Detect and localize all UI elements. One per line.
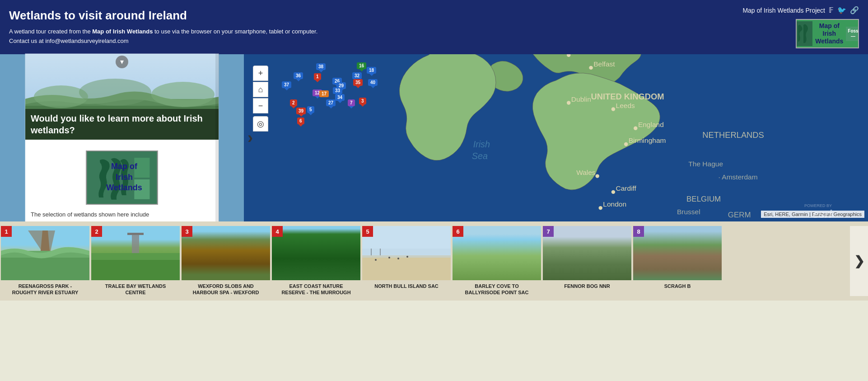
svg-text:UNITED KINGDOM: UNITED KINGDOM	[591, 92, 664, 101]
map-pin-32[interactable]: 32	[352, 72, 362, 79]
gallery-item-2[interactable]: 2 TRALEE BAY WETLANDSCENTRE	[90, 226, 181, 296]
svg-point-42	[598, 206, 602, 210]
card-body-text: The selection of wetlands shown here inc…	[31, 211, 213, 218]
pin-badge-39[interactable]: 39	[296, 108, 306, 114]
map-pin-3[interactable]: 3	[359, 98, 366, 104]
map-pin-27[interactable]: 27	[326, 99, 336, 106]
gallery-item-1[interactable]: 1 REENAGROSS PARK -ROUGHTY RIVER ESTUARY	[0, 226, 90, 296]
map-pin-5[interactable]: 5	[307, 106, 314, 113]
svg-rect-56	[362, 249, 451, 258]
pin-badge-33[interactable]: 33	[333, 87, 342, 94]
pin-badge-7[interactable]: 7	[348, 99, 355, 106]
map-pin-18[interactable]: 18	[367, 67, 376, 74]
map-pin-6[interactable]: 6	[297, 118, 304, 124]
svg-text:Irish: Irish	[473, 139, 490, 149]
gallery-img-wrap-6: 6	[453, 226, 541, 280]
map-pin-40[interactable]: 40	[368, 79, 378, 86]
card-scrollbar[interactable]	[215, 53, 219, 223]
collapse-button[interactable]: ▾	[116, 56, 128, 68]
pin-badge-2[interactable]: 2	[290, 99, 297, 106]
facebook-icon[interactable]: 𝔽	[829, 6, 834, 14]
gallery-badge-4: 4	[272, 226, 283, 237]
gallery-label-5: NORTH BULL ISLAND SAC	[373, 283, 440, 289]
pin-badge-5[interactable]: 5	[307, 106, 314, 113]
gallery-label-2: TRALEE BAY WETLANDSCENTRE	[103, 283, 168, 296]
gallery-label-4: EAST COAST NATURERESERVE - THE MURROUGH	[280, 283, 352, 296]
gallery-item-6[interactable]: 6 BARLEY COVE TOBALLYRISODE POINT SAC	[452, 226, 542, 296]
pin-badge-18[interactable]: 18	[367, 67, 376, 74]
map-pin-39[interactable]: 39	[296, 108, 306, 114]
gallery-label-1: REENAGROSS PARK -ROUGHTY RIVER ESTUARY	[10, 283, 80, 296]
card-title: Would you like to learn more about Irish…	[31, 113, 213, 136]
gallery-img-wrap-2: 2	[91, 226, 180, 280]
gallery-item-5[interactable]: 5 NORTH BULL ISLAND SAC	[361, 226, 452, 296]
pin-badge-40[interactable]: 40	[368, 79, 378, 86]
map-pin-35[interactable]: 35	[353, 79, 363, 86]
gallery-photo-6	[453, 226, 541, 280]
map-pin-1[interactable]: 1	[314, 73, 321, 80]
map-pin-34[interactable]: 34	[335, 94, 345, 101]
gallery-photo-2	[91, 226, 180, 280]
map-pin-7[interactable]: 7	[348, 99, 355, 106]
map-thumb-text: Map ofIrishWetlands	[815, 22, 843, 45]
project-label: Map of Irish Wetlands Project	[742, 7, 825, 14]
map-pin-36[interactable]: 36	[294, 72, 303, 79]
gallery-img-wrap-1: 1	[1, 226, 89, 280]
next-arrow-button[interactable]: ›	[247, 128, 253, 147]
pin-badge-1[interactable]: 1	[314, 73, 321, 80]
map-pin-37[interactable]: 37	[282, 81, 291, 88]
contact-text: Contact us at info@wetlandsurveyireland.…	[9, 38, 129, 44]
gallery-next-button[interactable]: ❯	[850, 226, 868, 296]
map-pin-17[interactable]: 17	[319, 90, 329, 97]
svg-text:GERM: GERM	[728, 211, 751, 219]
svg-text:Birmingham: Birmingham	[629, 136, 666, 144]
svg-point-36	[624, 142, 628, 146]
esri-watermark: esri	[812, 208, 832, 221]
locate-group: ◎	[253, 116, 268, 132]
zoom-out-button[interactable]: −	[253, 98, 268, 113]
link-icon[interactable]: 🔗	[850, 6, 859, 14]
gallery-label-6: BARLEY COVE TOBALLYRISODE POINT SAC	[463, 283, 531, 296]
pin-badge-27[interactable]: 27	[326, 99, 336, 106]
gallery-photo-3	[182, 226, 270, 280]
left-panel: ▾	[0, 54, 244, 221]
pin-badge-34[interactable]: 34	[335, 94, 345, 101]
gallery-item-7[interactable]: 7 FENNOR BOG NNR	[542, 226, 632, 296]
gallery-next-icon: ❯	[854, 254, 864, 268]
gallery-item-3[interactable]: 3 WEXFORD SLOBS ANDHARBOUR SPA - WEXFORD	[181, 226, 271, 296]
svg-point-5	[79, 79, 151, 106]
gallery-badge-3: 3	[182, 226, 192, 237]
pin-badge-32[interactable]: 32	[352, 72, 362, 79]
powered-by-esri: POWERED BY	[804, 203, 832, 208]
info-card: ▾	[25, 53, 219, 223]
svg-text:London: London	[603, 200, 626, 208]
card-title-overlay: Would you like to learn more about Irish…	[25, 109, 219, 140]
zoom-in-button[interactable]: +	[253, 66, 268, 81]
gallery-item-4[interactable]: 4 EAST COAST NATURERESERVE - THE MURROUG…	[271, 226, 361, 296]
pin-badge-6[interactable]: 6	[297, 118, 304, 124]
pin-badge-17[interactable]: 17	[319, 90, 329, 97]
pin-badge-36[interactable]: 36	[294, 72, 303, 79]
gallery-item-8[interactable]: 8 SCRAGH B	[632, 226, 723, 296]
gallery: 1 REENAGROSS PARK -ROUGHTY RIVER ESTUARY…	[0, 221, 868, 301]
svg-point-44	[567, 101, 570, 104]
pin-badge-35[interactable]: 35	[353, 79, 363, 86]
pin-badge-37[interactable]: 37	[282, 81, 291, 88]
locate-button[interactable]: ◎	[253, 116, 268, 132]
svg-point-4	[34, 85, 88, 108]
gallery-img-wrap-4: 4	[272, 226, 360, 280]
gallery-label-7: FENNOR BOG NNR	[562, 283, 611, 289]
map-pin-38[interactable]: 38	[316, 63, 326, 70]
gallery-photo-4	[272, 226, 360, 280]
map-pin-2[interactable]: 2	[290, 99, 297, 106]
map-thumbnail[interactable]: Map ofIrishWetlands Foss—	[796, 19, 859, 48]
map-area[interactable]: North Sea Celtic Sea Irish Sea NETHERLAN…	[244, 54, 868, 221]
pin-badge-38[interactable]: 38	[316, 63, 326, 70]
pin-badge-3[interactable]: 3	[359, 98, 366, 104]
map-pin-33[interactable]: 33	[333, 87, 342, 94]
twitter-icon[interactable]: 🐦	[837, 6, 846, 14]
home-button[interactable]: ⌂	[253, 82, 268, 97]
pin-badge-16[interactable]: 16	[357, 62, 366, 69]
map-pin-16[interactable]: 16	[357, 62, 366, 69]
card-map-image: Map ofIrishWetlands	[86, 151, 158, 205]
